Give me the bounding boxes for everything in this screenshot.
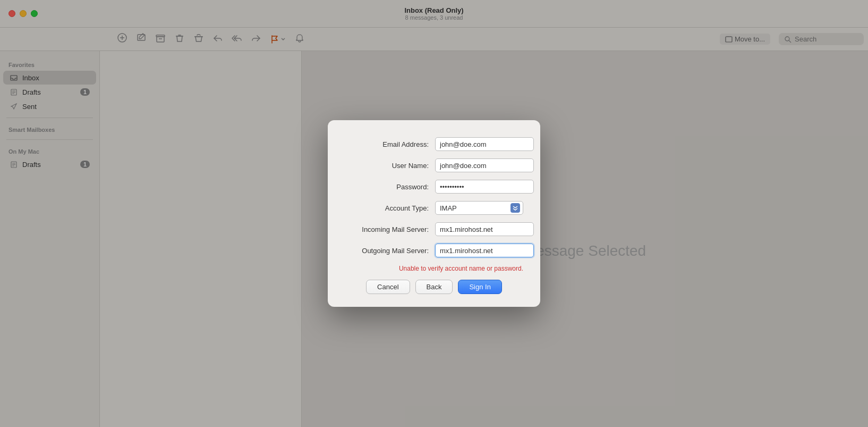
email-address-row: Email Address: — [345, 137, 523, 151]
email-address-field[interactable] — [435, 137, 534, 151]
password-label: Password: — [345, 183, 435, 191]
back-button[interactable]: Back — [415, 280, 453, 294]
error-row: Unable to verify account name or passwor… — [345, 265, 523, 272]
incoming-server-field[interactable] — [435, 222, 534, 236]
email-address-label: Email Address: — [345, 140, 435, 148]
account-dialog: Email Address: User Name: Password: Acco… — [328, 120, 540, 307]
user-name-label: User Name: — [345, 162, 435, 170]
user-name-row: User Name: — [345, 158, 523, 172]
incoming-server-label: Incoming Mail Server: — [345, 225, 435, 233]
incoming-server-row: Incoming Mail Server: — [345, 222, 523, 236]
account-type-row: Account Type: IMAP POP — [345, 201, 523, 215]
account-type-select[interactable]: IMAP POP — [435, 201, 523, 215]
dialog-buttons: Cancel Back Sign In — [345, 280, 523, 294]
password-field[interactable] — [435, 180, 534, 194]
password-row: Password: — [345, 180, 523, 194]
outgoing-server-label: Outgoing Mail Server: — [345, 247, 435, 255]
error-text: Unable to verify account name or passwor… — [399, 265, 523, 272]
account-type-label: Account Type: — [345, 204, 435, 212]
cancel-button[interactable]: Cancel — [366, 280, 410, 294]
modal-overlay: Email Address: User Name: Password: Acco… — [0, 0, 868, 427]
outgoing-server-field[interactable] — [435, 244, 534, 257]
outgoing-server-row: Outgoing Mail Server: — [345, 244, 523, 257]
user-name-field[interactable] — [435, 158, 534, 172]
sign-in-button[interactable]: Sign In — [458, 280, 501, 294]
account-type-wrapper: IMAP POP — [435, 201, 523, 215]
